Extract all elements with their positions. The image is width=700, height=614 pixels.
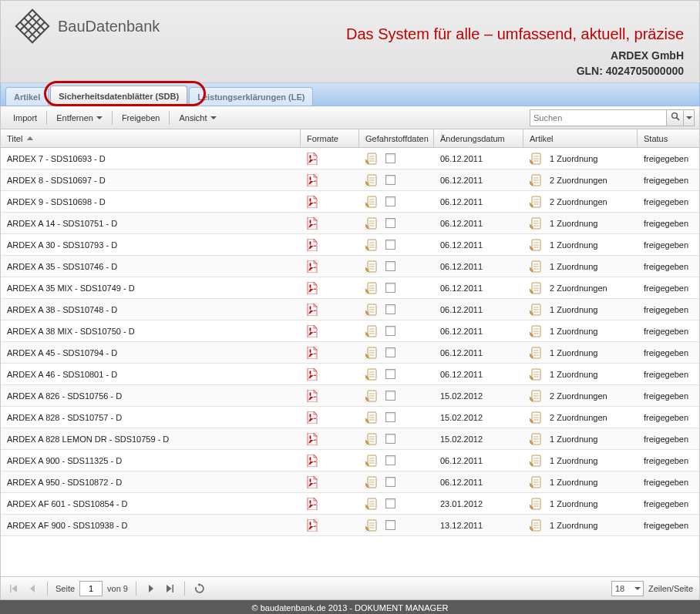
assign-icon[interactable] — [530, 368, 542, 381]
edit-icon[interactable] — [365, 239, 378, 251]
pdf-icon[interactable] — [307, 260, 318, 273]
gefahrstoff-checkbox[interactable] — [385, 153, 395, 163]
gefahrstoff-checkbox[interactable] — [385, 477, 395, 487]
edit-icon[interactable] — [365, 153, 378, 165]
gefahrstoff-checkbox[interactable] — [385, 218, 395, 228]
gefahrstoff-checkbox[interactable] — [385, 412, 395, 422]
pdf-icon[interactable] — [307, 347, 318, 359]
gefahrstoff-checkbox[interactable] — [385, 304, 395, 314]
edit-icon[interactable] — [365, 217, 378, 230]
assign-icon[interactable] — [530, 433, 542, 445]
gefahrstoff-checkbox[interactable] — [385, 326, 395, 336]
table-row[interactable]: ARDEX A 950 - SDS10872 - D 06.12.2011 1 … — [1, 471, 699, 493]
gefahrstoff-checkbox[interactable] — [385, 261, 395, 271]
gefahrstoff-checkbox[interactable] — [385, 240, 395, 250]
entfernen-button[interactable]: Entfernen — [49, 109, 110, 126]
pdf-icon[interactable] — [307, 368, 318, 381]
edit-icon[interactable] — [365, 304, 378, 316]
assign-icon[interactable] — [530, 455, 542, 467]
table-row[interactable]: ARDEX 8 - SDS10697 - D 06.12.2011 2 Zuor… — [1, 169, 699, 191]
table-row[interactable]: ARDEX A 30 - SDS10793 - D 06.12.2011 1 Z… — [1, 234, 699, 256]
edit-icon[interactable] — [365, 282, 378, 294]
table-row[interactable]: ARDEX A 900 - SDS11325 - D 06.12.2011 1 … — [1, 450, 699, 471]
assign-icon[interactable] — [530, 476, 542, 488]
table-row[interactable]: ARDEX A 828 - SDS10757 - D 15.02.2012 2 … — [1, 407, 699, 428]
edit-icon[interactable] — [365, 196, 378, 208]
table-row[interactable]: ARDEX A 38 MIX - SDS10750 - D 06.12.2011… — [1, 320, 699, 342]
gefahrstoff-checkbox[interactable] — [385, 175, 395, 185]
assign-icon[interactable] — [530, 217, 542, 230]
table-row[interactable]: ARDEX 7 - SDS10693 - D 06.12.2011 1 Zuor… — [1, 148, 699, 169]
table-row[interactable]: ARDEX A 14 - SDS10751 - D 06.12.2011 1 Z… — [1, 213, 699, 234]
pdf-icon[interactable] — [307, 498, 318, 510]
edit-icon[interactable] — [365, 368, 378, 381]
edit-icon[interactable] — [365, 476, 378, 488]
page-last-button[interactable] — [163, 582, 177, 596]
page-prev-button[interactable] — [25, 582, 39, 596]
pdf-icon[interactable] — [307, 282, 318, 294]
import-button[interactable]: Import — [5, 109, 45, 126]
pdf-icon[interactable] — [307, 239, 318, 251]
gefahrstoff-checkbox[interactable] — [385, 498, 395, 508]
gefahrstoff-checkbox[interactable] — [385, 283, 395, 293]
edit-icon[interactable] — [365, 498, 378, 510]
page-next-button[interactable] — [144, 582, 158, 596]
refresh-button[interactable] — [193, 582, 207, 596]
assign-icon[interactable] — [530, 174, 542, 186]
assign-icon[interactable] — [530, 153, 542, 165]
table-row[interactable]: ARDEX A 45 - SDS10794 - D 06.12.2011 1 Z… — [1, 342, 699, 364]
table-row[interactable]: ARDEX AF 601 - SDS10854 - D 23.01.2012 1… — [1, 493, 699, 515]
tab-sdb[interactable]: Sicherheitsdatenblätter (SDB) — [50, 86, 187, 106]
table-row[interactable]: ARDEX AF 900 - SDS10938 - D 13.12.2011 1… — [1, 515, 699, 536]
col-artikel[interactable]: Artikel — [523, 129, 638, 147]
gefahrstoff-checkbox[interactable] — [385, 369, 395, 379]
table-row[interactable]: ARDEX A 35 - SDS10746 - D 06.12.2011 1 Z… — [1, 256, 699, 277]
assign-icon[interactable] — [530, 304, 542, 316]
edit-icon[interactable] — [365, 411, 378, 424]
table-row[interactable]: ARDEX A 828 LEMON DR - SDS10759 - D 15.0… — [1, 428, 699, 450]
col-formate[interactable]: Formate — [301, 129, 359, 147]
pdf-icon[interactable] — [307, 519, 318, 532]
pdf-icon[interactable] — [307, 476, 318, 488]
assign-icon[interactable] — [530, 411, 542, 424]
gefahrstoff-checkbox[interactable] — [385, 455, 395, 465]
pdf-icon[interactable] — [307, 390, 318, 402]
assign-icon[interactable] — [530, 498, 542, 510]
page-first-button[interactable] — [7, 582, 21, 596]
pdf-icon[interactable] — [307, 455, 318, 467]
rows-per-page-select[interactable]: 18 — [611, 581, 644, 596]
pdf-icon[interactable] — [307, 411, 318, 424]
assign-icon[interactable] — [530, 347, 542, 359]
col-status[interactable]: Status — [638, 129, 699, 147]
pdf-icon[interactable] — [307, 153, 318, 165]
edit-icon[interactable] — [365, 390, 378, 402]
edit-icon[interactable] — [365, 433, 378, 445]
assign-icon[interactable] — [530, 282, 542, 294]
col-titel[interactable]: Titel — [1, 129, 301, 147]
pdf-icon[interactable] — [307, 196, 318, 208]
col-aenderungsdatum[interactable]: Änderungsdatum — [434, 129, 523, 147]
ansicht-button[interactable]: Ansicht — [171, 109, 224, 126]
assign-icon[interactable] — [530, 325, 542, 337]
gefahrstoff-checkbox[interactable] — [385, 347, 395, 357]
pdf-icon[interactable] — [307, 174, 318, 186]
table-row[interactable]: ARDEX A 46 - SDS10801 - D 06.12.2011 1 Z… — [1, 364, 699, 385]
assign-icon[interactable] — [530, 196, 542, 208]
gefahrstoff-checkbox[interactable] — [385, 520, 395, 530]
gefahrstoff-checkbox[interactable] — [385, 434, 395, 444]
col-gefahrstoffdaten[interactable]: Gefahrstoffdaten — [359, 129, 434, 147]
page-input[interactable] — [79, 581, 103, 596]
pdf-icon[interactable] — [307, 325, 318, 337]
gefahrstoff-checkbox[interactable] — [385, 391, 395, 401]
table-row[interactable]: ARDEX 9 - SDS10698 - D 06.12.2011 2 Zuor… — [1, 191, 699, 213]
table-row[interactable]: ARDEX A 35 MIX - SDS10749 - D 06.12.2011… — [1, 277, 699, 299]
edit-icon[interactable] — [365, 325, 378, 337]
tab-le[interactable]: Leistungserklärungen (LE) — [189, 87, 313, 106]
assign-icon[interactable] — [530, 239, 542, 251]
search-input[interactable] — [530, 109, 667, 126]
pdf-icon[interactable] — [307, 217, 318, 230]
edit-icon[interactable] — [365, 455, 378, 467]
gefahrstoff-checkbox[interactable] — [385, 196, 395, 206]
edit-icon[interactable] — [365, 174, 378, 186]
freigeben-button[interactable]: Freigeben — [114, 109, 168, 126]
